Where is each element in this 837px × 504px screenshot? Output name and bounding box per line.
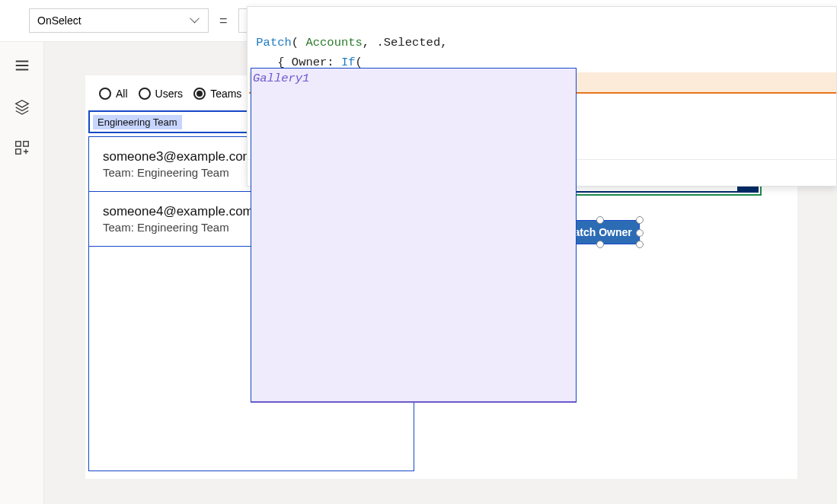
- combobox-team-chip: Engineering Team: [93, 115, 182, 129]
- radio-teams-label: Teams: [210, 88, 241, 100]
- svg-rect-2: [15, 149, 20, 154]
- token-fn-patch: Patch: [256, 36, 292, 49]
- radio-group-filter[interactable]: All Users Teams: [99, 88, 241, 100]
- selection-handle[interactable]: [596, 216, 604, 224]
- chevron-down-icon: [191, 16, 200, 25]
- selection-handle[interactable]: [636, 216, 644, 224]
- svg-rect-1: [23, 142, 27, 146]
- radio-all[interactable]: All: [99, 88, 128, 100]
- layers-icon[interactable]: [14, 98, 30, 118]
- equals-sign: =: [219, 13, 228, 29]
- radio-icon: [139, 88, 151, 100]
- radio-users-label: Users: [155, 88, 184, 100]
- svg-rect-0: [15, 142, 20, 146]
- selection-handle[interactable]: [636, 241, 644, 248]
- gallery-item-subtitle: Team: Engineering Team: [103, 166, 254, 179]
- grid-plus-icon[interactable]: [14, 139, 30, 159]
- selection-handle[interactable]: [596, 241, 604, 248]
- formula-panel: Patch( Accounts, Gallery1.Selected, { Ow…: [247, 6, 837, 187]
- hamburger-icon[interactable]: [14, 57, 30, 77]
- gallery-item-subtitle: Team: Engineering Team: [103, 221, 254, 234]
- patch-owner-label: Patch Owner: [567, 226, 632, 238]
- radio-teams[interactable]: Teams: [193, 88, 241, 100]
- formula-editor[interactable]: Patch( Accounts, Gallery1.Selected, { Ow…: [248, 7, 836, 159]
- radio-icon: [193, 88, 206, 100]
- gallery-item-title: someone3@example.com: [103, 149, 254, 164]
- gallery-item-title: someone4@example.com: [103, 204, 254, 219]
- radio-users[interactable]: Users: [139, 88, 184, 100]
- property-dropdown-value: OnSelect: [37, 14, 81, 27]
- property-dropdown[interactable]: OnSelect: [29, 8, 209, 33]
- left-rail: [0, 42, 44, 504]
- token-gallery1: Gallery1: [251, 68, 577, 403]
- radio-icon: [99, 88, 111, 100]
- token-accounts: Accounts: [305, 36, 362, 49]
- selection-handle[interactable]: [636, 229, 644, 237]
- radio-all-label: All: [116, 88, 128, 100]
